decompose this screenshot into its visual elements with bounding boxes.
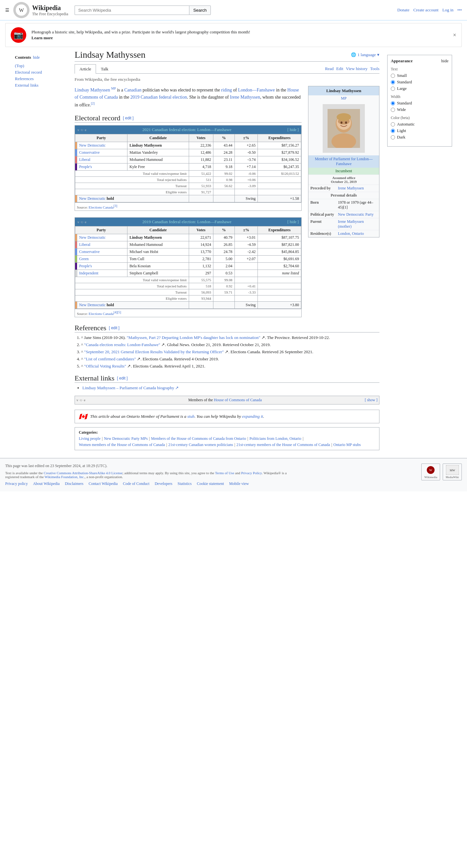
toc-item-top[interactable]: (Top) [15,63,67,69]
tab-article[interactable]: Article [74,64,96,74]
language-link[interactable]: 🌐 1 language ▾ [351,52,379,57]
hoc-members-link[interactable]: House of Commons of Canada [214,398,262,402]
references-edit[interactable]: [ edit ] [109,326,120,330]
width-wide-option[interactable]: Wide [391,107,448,112]
party-liberal-link-2019[interactable]: Liberal [79,242,91,247]
cat-hoc-members-ontario[interactable]: Members of the House of Commons of Canad… [151,436,246,441]
cat-living-people[interactable]: Living people [79,436,100,441]
party-independent-link-2019[interactable]: Independent [79,271,98,275]
party-liberal-link[interactable]: Liberal [79,157,91,162]
cat-21c-members[interactable]: 21st-century members of the House of Com… [237,442,330,447]
ref-1-link[interactable]: "Mathyssen, Part 2? Departing London MP'… [127,335,260,340]
log-in-link[interactable]: Log in [442,7,454,13]
search-input[interactable] [74,5,189,15]
text-standard-option[interactable]: Standard [391,80,448,85]
wikimedia-badge: W Wikimedia [421,464,440,480]
ref-5-link[interactable]: "Official Voting Results" [84,364,126,369]
ref-mp[interactable]: MP [111,87,116,90]
footer-about-link[interactable]: About Wikipedia [33,482,60,486]
parliament-bio-link[interactable]: Lindsay Mathyssen – Parliament of Canada… [82,385,179,390]
residence-link[interactable]: London, Ontario [338,231,364,236]
preceded-by-link[interactable]: Irene Mathyssen [338,186,364,190]
cat-women-members[interactable]: Women members of the House of Commons of… [79,442,165,447]
color-light-option[interactable]: Light [391,128,448,133]
color-dark-option[interactable]: Dark [391,134,448,140]
party-conservative-link[interactable]: Conservative [79,150,99,155]
tab-read[interactable]: Read [325,66,334,71]
from-wiki: From Wikipedia, the free encyclopedia [74,77,379,82]
election-2021-link[interactable]: 2021 Canadian federal election: London—F… [143,127,231,132]
electoral-record-edit[interactable]: [ edit ] [123,116,134,120]
election-2019-link[interactable]: 2019 Canadian federal election: London—F… [143,219,231,224]
create-account-link[interactable]: Create account [413,7,438,13]
toc-item-references[interactable]: References [15,75,67,82]
menu-icon[interactable]: ☰ [5,7,9,13]
appearance-hide[interactable]: hide [441,58,448,64]
members-box-show[interactable]: [ show ] [365,398,377,403]
footer-developers-link[interactable]: Developers [155,482,173,486]
ref-4-link[interactable]: "List of confirmed candidates" [84,356,136,361]
footer-mobile-link[interactable]: Mobile view [229,482,249,486]
cc-license-link[interactable]: Creative Commons Attribution-ShareAlike … [44,471,123,475]
footer-cookie-link[interactable]: Cookie statement [197,482,224,486]
tab-edit[interactable]: Edit [336,66,343,71]
tab-view-history[interactable]: View history [346,66,368,71]
terms-link[interactable]: Terms of Use [215,471,234,475]
riding-link[interactable]: riding [221,88,232,92]
cat-ontario-stubs[interactable]: Ontario MP stubs [333,442,361,447]
more-icon[interactable]: ••• [457,7,462,13]
party-ndp-link-2019[interactable]: New Democratic [79,235,106,240]
infobox-role-link[interactable]: Member of Parliament for London—Fanshawe [315,157,373,166]
infobox-role: Member of Parliament for London—Fanshawe [308,155,379,168]
infobox-subtitle[interactable]: MP [308,95,379,101]
privacy-link[interactable]: Privacy Policy [241,471,262,475]
cat-politicians-london[interactable]: Politicians from London, Ontario [249,436,301,441]
banner-close-button[interactable]: × [453,32,456,39]
tab-tools[interactable]: Tools [370,66,379,71]
width-standard-option[interactable]: Standard [391,100,448,106]
election-2019-hide[interactable]: [ hide ] [287,220,299,224]
elections-canada-link-2021[interactable]: Elections Canada [89,205,114,209]
expanding-link[interactable]: expanding it [242,414,263,419]
election-link[interactable]: 2019 Canadian federal election [130,95,187,100]
london-fanshawe-link[interactable]: London—Fanshawe [238,88,275,92]
election-2021-hide[interactable]: [ hide ] [287,127,299,132]
result-party-link[interactable]: New Democratic [79,196,106,201]
cat-ndp-mps[interactable]: New Democratic Party MPs [104,436,148,441]
footer-contact-link[interactable]: Contact Wikipedia [89,482,118,486]
result-party-link-2019[interactable]: New Democratic [79,303,106,307]
text-large-option[interactable]: Large [391,86,448,91]
donate-link[interactable]: Donate [397,7,410,13]
party-conservative-link-2019[interactable]: Conservative [79,249,99,254]
external-links-edit[interactable]: [ edit ] [117,376,128,380]
text-small-option[interactable]: Small [391,73,448,78]
learn-more-link[interactable]: Learn more [31,35,448,40]
search-button[interactable]: Search [189,5,211,15]
footer-code-link[interactable]: Code of Conduct [123,482,150,486]
tab-talk[interactable]: Talk [96,64,113,74]
footer-statistics-link[interactable]: Statistics [178,482,192,486]
ref-2[interactable]: [2] [91,101,95,105]
subject-link[interactable]: Lindsay Mathyssen [74,88,110,92]
parent-link[interactable]: Irene Mathyssen (mother) [338,219,364,229]
party-ndp-link[interactable]: New Democratic [79,143,106,148]
footer-privacy-link[interactable]: Privacy policy [5,482,28,486]
cat-21c-women[interactable]: 21st-century Canadian women politicians [168,442,233,447]
party-green-link-2019[interactable]: Green [79,256,89,261]
toc-hide-button[interactable]: hide [33,55,40,60]
color-auto-option[interactable]: Automatic [391,122,448,127]
party-link[interactable]: New Democratic Party [338,212,374,217]
footer-disclaimers-link[interactable]: Disclaimers [65,482,83,486]
toc-item-electoral[interactable]: Electoral record [15,69,67,75]
elections-canada-link-2019[interactable]: Elections Canada [89,312,114,316]
canadian-link[interactable]: Canadian [124,88,142,92]
party-peoples-link-2019[interactable]: People's [79,264,92,268]
irene-link[interactable]: Irene Mathyssen [230,95,260,100]
stub-link[interactable]: stub [187,414,195,419]
ref-2-link[interactable]: "Canada election results: London-Fanshaw… [84,342,160,347]
stub-text: This article about an Ontario Member of … [90,414,264,419]
wikimedia-foundation-link[interactable]: Wikimedia Foundation, Inc. [44,475,85,479]
party-peoples-link[interactable]: People's [79,164,92,169]
ref-3-link[interactable]: "September 20, 2021 General Election Res… [84,349,224,354]
toc-item-external[interactable]: External links [15,82,67,89]
